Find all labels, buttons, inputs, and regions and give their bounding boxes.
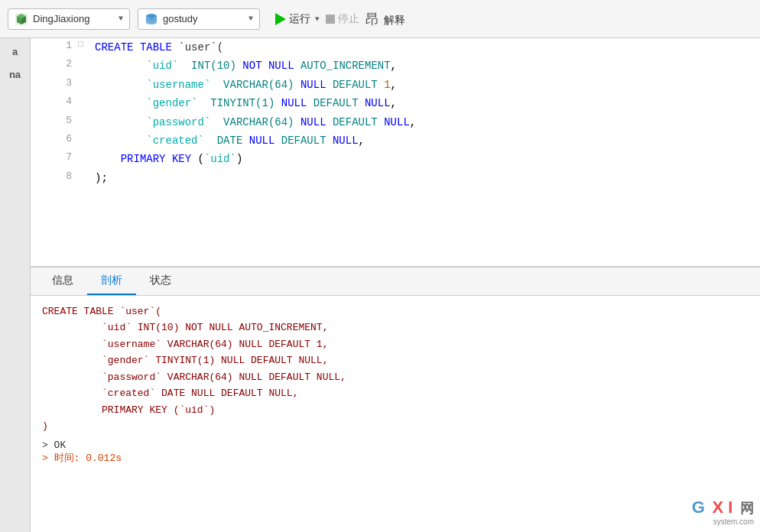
line-fold-6 (78, 131, 95, 150)
db-user-icon (15, 12, 28, 26)
explain-button[interactable]: 昂 解释 (365, 10, 405, 28)
code-content-2: `uid` INT(10) NOT NULL AUTO_INCREMENT, (95, 57, 760, 75)
schema-selector[interactable]: gostudy ▼ (138, 8, 260, 30)
schema-label: gostudy (163, 13, 244, 24)
sidebar: a na (0, 38, 31, 532)
tab-status[interactable]: 状态 (136, 268, 185, 295)
line-num-5: 5 (31, 113, 78, 131)
code-content-5: `password` VARCHAR(64) NULL DEFAULT NULL… (95, 113, 760, 131)
stop-label: 停止 (338, 12, 359, 26)
code-line-1: 1 □ CREATE TABLE `user`( (31, 38, 760, 57)
code-content-6: `created` DATE NULL DEFAULT NULL, (95, 131, 760, 150)
code-line-6: 6 `created` DATE NULL DEFAULT NULL, (31, 131, 760, 150)
main-layout: a na 1 □ CREATE TABLE `user`( 2 (0, 38, 760, 532)
code-line-2: 2 `uid` INT(10) NOT NULL AUTO_INCREMENT, (31, 57, 760, 75)
explain-label: 解释 (384, 14, 405, 26)
bottom-panel: 信息 剖析 状态 CREATE TABLE `user`( `uid` INT(… (31, 268, 760, 532)
db-user-label: DingJiaxiong (33, 13, 114, 24)
db-user-chevron: ▼ (119, 15, 123, 23)
code-content-8: ); (95, 169, 760, 187)
main-content: 1 □ CREATE TABLE `user`( 2 `uid` INT(10)… (31, 38, 760, 532)
line-fold-7 (78, 150, 95, 168)
tab-info[interactable]: 信息 (38, 268, 87, 295)
watermark-domain: system.com (692, 517, 754, 526)
run-label: 运行 (289, 12, 310, 26)
db-user-selector[interactable]: DingJiaxiong ▼ (8, 8, 130, 30)
line-num-6: 6 (31, 131, 78, 150)
output-code: CREATE TABLE `user`( `uid` INT(10) NOT N… (42, 303, 749, 435)
tab-profile[interactable]: 剖析 (87, 268, 136, 295)
code-line-4: 4 `gender` TINYINT(1) NULL DEFAULT NULL, (31, 94, 760, 112)
run-dropdown-arrow[interactable]: ▾ (315, 14, 320, 24)
line-num-3: 3 (31, 76, 78, 94)
line-fold-3 (78, 76, 95, 94)
watermark: G X I 网 system.com (692, 498, 754, 526)
stop-icon (326, 15, 335, 24)
line-fold-8 (78, 169, 95, 187)
line-fold-4 (78, 94, 95, 112)
line-num-4: 4 (31, 94, 78, 112)
line-num-7: 7 (31, 150, 78, 168)
watermark-xi: X I (712, 498, 732, 517)
tabs-bar: 信息 剖析 状态 (31, 268, 760, 296)
line-num-1: 1 (31, 38, 78, 57)
code-content-4: `gender` TINYINT(1) NULL DEFAULT NULL, (95, 94, 760, 112)
code-content-1: CREATE TABLE `user`( (95, 38, 760, 57)
code-editor[interactable]: 1 □ CREATE TABLE `user`( 2 `uid` INT(10)… (31, 38, 760, 268)
line-fold-1[interactable]: □ (78, 38, 95, 57)
watermark-g: G (692, 498, 705, 517)
schema-icon (145, 12, 158, 26)
code-line-8: 8 ); (31, 169, 760, 187)
stop-button[interactable]: 停止 (326, 12, 359, 26)
sidebar-letter-na: na (9, 69, 21, 80)
output-panel[interactable]: CREATE TABLE `user`( `uid` INT(10) NOT N… (31, 296, 760, 532)
output-time: > 时间: 0.012s (42, 451, 749, 465)
line-num-2: 2 (31, 57, 78, 75)
play-icon (275, 13, 286, 25)
svg-point-1 (146, 14, 157, 18)
line-fold-2 (78, 57, 95, 75)
code-line-5: 5 `password` VARCHAR(64) NULL DEFAULT NU… (31, 113, 760, 131)
code-table: 1 □ CREATE TABLE `user`( 2 `uid` INT(10)… (31, 38, 760, 187)
code-line-3: 3 `username` VARCHAR(64) NULL DEFAULT 1, (31, 76, 760, 94)
code-content-3: `username` VARCHAR(64) NULL DEFAULT 1, (95, 76, 760, 94)
schema-chevron: ▼ (248, 15, 253, 23)
line-num-8: 8 (31, 169, 78, 187)
code-content-7: PRIMARY KEY (`uid`) (95, 150, 760, 168)
run-button[interactable]: 运行 ▾ (275, 12, 320, 26)
line-fold-5 (78, 113, 95, 131)
explain-icon: 昂 (365, 11, 379, 27)
code-line-7: 7 PRIMARY KEY (`uid`) (31, 150, 760, 168)
toolbar-actions: 运行 ▾ 停止 昂 解释 (275, 10, 405, 28)
toolbar: DingJiaxiong ▼ gostudy ▼ 运行 ▾ 停止 昂 解释 (0, 0, 760, 38)
output-ok: > OK (42, 440, 749, 451)
sidebar-letter-a: a (12, 46, 18, 57)
